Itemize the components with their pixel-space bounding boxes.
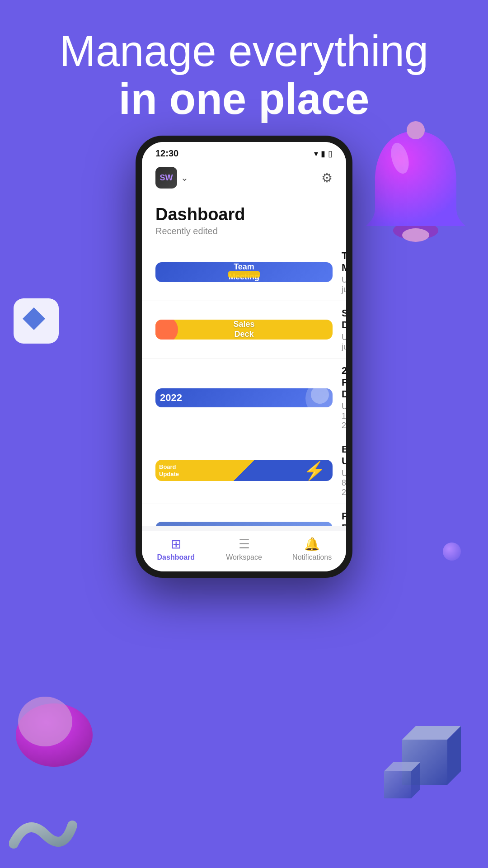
notifications-nav-label: Notifications bbox=[292, 553, 332, 561]
app-logo-area[interactable]: SW ⌄ bbox=[155, 167, 188, 189]
item-updated: Updated 14. Sep 2021 bbox=[342, 402, 346, 430]
phone-screen: 12:30 ▾ ▮ ▯ SW ⌄ ⚙ Dashboard bbox=[142, 142, 346, 571]
sales-thumb-text: SalesDeck bbox=[233, 320, 254, 339]
list-item[interactable]: PromotingPromoters Promoting Promoters U… bbox=[142, 504, 346, 526]
item-name: Promoting Promoters bbox=[342, 510, 346, 526]
boxes-decoration-right bbox=[375, 712, 474, 823]
thumbnail-team-meeting: TeamMeeting bbox=[155, 262, 333, 282]
svg-point-2 bbox=[407, 121, 425, 139]
promoting-thumb-text: PromotingPromoters bbox=[225, 522, 263, 526]
item-name: Board Update bbox=[342, 443, 346, 467]
thumbnail-board-update: BoardUpdate ⚡ bbox=[155, 460, 333, 481]
thumbnail-sales-deck: SalesDeck bbox=[155, 320, 333, 339]
workspace-nav-icon: ☰ bbox=[239, 537, 250, 552]
status-icons: ▾ ▮ ▯ bbox=[314, 149, 333, 159]
sphere-decoration bbox=[443, 542, 461, 561]
item-info-pitch-deck: 2021 Pitch Deck Updated 14. Sep 2021 bbox=[342, 365, 346, 430]
hero-section: Manage everything in one place bbox=[0, 27, 488, 123]
item-updated: Updated 8. Aug 2021 bbox=[342, 469, 346, 497]
nav-workspace[interactable]: ☰ Workspace bbox=[210, 537, 278, 561]
svg-point-1 bbox=[402, 228, 429, 242]
sales-circle bbox=[155, 320, 178, 339]
item-name: Team Meeting bbox=[342, 250, 346, 274]
bell-decoration bbox=[357, 113, 474, 250]
pitch-year: 2022 bbox=[160, 393, 182, 403]
wifi-icon: ▾ bbox=[314, 149, 318, 159]
item-info-team-meeting: Team Meeting Updated just now bbox=[342, 250, 346, 294]
list-item[interactable]: SalesDeck Sales Deck Updated just now bbox=[142, 301, 346, 359]
item-info-promoting: Promoting Promoters Updated 3. Jul 2021 bbox=[342, 510, 346, 526]
item-list: TeamMeeting Team Meeting Updated just no… bbox=[142, 244, 346, 526]
item-info-board-update: Board Update Updated 8. Aug 2021 bbox=[342, 443, 346, 497]
status-bar: 12:30 ▾ ▮ ▯ bbox=[142, 142, 346, 162]
dashboard-nav-icon: ⊞ bbox=[171, 537, 181, 552]
hero-line2: in one place bbox=[0, 75, 488, 123]
list-item[interactable]: 2022 Pitch Deck 2021 Pitch Deck Updated … bbox=[142, 359, 346, 437]
thumbnail-promoting: PromotingPromoters bbox=[155, 522, 333, 526]
card-decoration-left bbox=[9, 294, 63, 350]
item-updated: Updated just now bbox=[342, 333, 346, 352]
phone-frame: 12:30 ▾ ▮ ▯ SW ⌄ ⚙ Dashboard bbox=[136, 136, 352, 578]
status-time: 12:30 bbox=[155, 148, 178, 159]
item-updated: Updated just now bbox=[342, 275, 346, 294]
content-area: Dashboard Recently edited TeamMeeting Te… bbox=[142, 196, 346, 526]
item-name: Sales Deck bbox=[342, 307, 346, 331]
notifications-nav-icon: 🔔 bbox=[304, 537, 320, 552]
snake-decoration bbox=[9, 807, 77, 854]
workspace-nav-label: Workspace bbox=[226, 553, 262, 561]
list-item[interactable]: BoardUpdate ⚡ Board Update Updated 8. Au… bbox=[142, 437, 346, 504]
phone-mockup: 12:30 ▾ ▮ ▯ SW ⌄ ⚙ Dashboard bbox=[136, 136, 352, 578]
battery-icon: ▯ bbox=[328, 149, 333, 159]
hero-line1: Manage everything bbox=[0, 27, 488, 75]
item-info-sales-deck: Sales Deck Updated just now bbox=[342, 307, 346, 352]
signal-icon: ▮ bbox=[321, 149, 325, 159]
item-name: 2021 Pitch Deck bbox=[342, 365, 346, 400]
bolt-icon: ⚡ bbox=[303, 460, 326, 481]
app-logo: SW bbox=[155, 167, 177, 189]
bottom-nav: ⊞ Dashboard ☰ Workspace 🔔 Notifications bbox=[142, 531, 346, 571]
app-header: SW ⌄ ⚙ bbox=[142, 162, 346, 196]
nav-dashboard[interactable]: ⊞ Dashboard bbox=[142, 537, 210, 561]
blob-decoration-left bbox=[9, 685, 99, 778]
list-item[interactable]: TeamMeeting Team Meeting Updated just no… bbox=[142, 244, 346, 301]
svg-point-7 bbox=[18, 697, 72, 746]
dashboard-nav-label: Dashboard bbox=[157, 553, 195, 561]
thumbnail-pitch-deck: 2022 Pitch Deck bbox=[155, 388, 333, 407]
nav-notifications[interactable]: 🔔 Notifications bbox=[278, 537, 346, 561]
recently-edited-label: Recently edited bbox=[142, 226, 346, 244]
logo-text: SW bbox=[160, 173, 173, 183]
settings-icon[interactable]: ⚙ bbox=[321, 170, 333, 185]
svg-marker-11 bbox=[384, 771, 411, 798]
dropdown-icon[interactable]: ⌄ bbox=[181, 172, 188, 183]
dashboard-title: Dashboard bbox=[142, 196, 346, 226]
board-thumb-text: BoardUpdate bbox=[159, 463, 179, 477]
